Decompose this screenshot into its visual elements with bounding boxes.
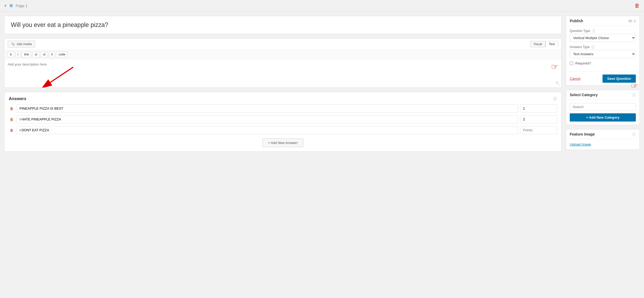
add-category-button[interactable]: + Add New Category: [570, 113, 636, 122]
answers-type-label: Answers Type 📄: [570, 45, 636, 49]
question-type-group: Question Type 📄 Vertical Multiple Choice…: [570, 29, 636, 42]
required-checkbox[interactable]: [570, 62, 573, 65]
page-title: Page 1: [16, 4, 27, 8]
save-question-button[interactable]: Save Question: [603, 74, 636, 83]
answer-points-input-2[interactable]: [520, 126, 557, 134]
cancel-button[interactable]: Cancel: [570, 77, 580, 81]
format-link-button[interactable]: link: [22, 52, 31, 57]
format-ul-button[interactable]: ul: [32, 52, 39, 57]
visual-text-tabs: Visual Text: [530, 41, 558, 47]
editor-content-area: ☞ ⤡: [4, 59, 561, 87]
select-category-panel: Select Category 📄 + Add New Category: [566, 90, 640, 125]
description-textarea[interactable]: [8, 62, 558, 83]
format-li-button[interactable]: li: [49, 52, 55, 57]
question-title-input[interactable]: [11, 21, 555, 29]
editor-toolbar-top: 📎 Add media Visual Text: [4, 39, 561, 50]
tab-visual[interactable]: Visual: [530, 41, 545, 47]
question-title-box: [4, 16, 562, 34]
format-ol-button[interactable]: ol: [41, 52, 48, 57]
answer-row: 🗑: [9, 104, 557, 113]
publish-id: ID: 2: [629, 19, 636, 23]
answer-rows-container: 🗑🗑🗑: [9, 104, 557, 134]
add-answer-button[interactable]: + Add New Answer!: [262, 138, 303, 147]
required-row: Required?: [570, 61, 636, 65]
answer-delete-button-1[interactable]: 🗑: [9, 116, 15, 123]
answer-points-input-1[interactable]: [520, 115, 557, 123]
answers-type-doc-icon: 📄: [591, 45, 595, 49]
resize-handle: ⤡: [557, 82, 560, 86]
publish-panel-body: Question Type 📄 Vertical Multiple Choice…: [566, 26, 640, 72]
answer-text-input-1[interactable]: [17, 115, 518, 123]
answer-row: 🗑: [9, 115, 557, 123]
category-search-input[interactable]: [570, 103, 636, 111]
answer-points-input-0[interactable]: [520, 104, 557, 113]
answers-doc-icon: 📄: [553, 97, 557, 101]
gear-icon[interactable]: ⚙: [9, 3, 13, 8]
answer-delete-button-2[interactable]: 🗑: [9, 127, 15, 133]
plus-icon[interactable]: +: [4, 3, 7, 8]
select-category-title: Select Category: [570, 93, 598, 97]
add-media-button[interactable]: 📎 Add media: [8, 41, 35, 48]
answers-header: Answers 📄: [9, 96, 557, 101]
sidebar: Publish ID: 2 Question Type 📄 Vertical M…: [566, 16, 640, 154]
main-layout: 📎 Add media Visual Text bilinkulollicode: [0, 12, 644, 158]
answer-text-input-0[interactable]: [17, 104, 518, 113]
question-type-label: Question Type 📄: [570, 29, 636, 33]
add-media-label: Add media: [17, 42, 32, 46]
answer-delete-button-0[interactable]: 🗑: [9, 105, 15, 112]
delete-page-icon[interactable]: 🗑: [634, 3, 640, 9]
feature-image-panel: Feature Image 📄 Upload Image: [566, 129, 640, 150]
format-toolbar: bilinkulollicode: [4, 50, 561, 59]
action-row: Cancel Save Question ☞: [566, 72, 640, 85]
question-type-doc-icon: 📄: [592, 29, 595, 33]
feature-image-body: Upload Image: [566, 139, 640, 150]
top-bar-left: + ⚙ Page 1: [4, 3, 27, 8]
add-media-icon: 📎: [11, 42, 15, 46]
format-code-button[interactable]: code: [56, 52, 68, 57]
answers-type-group: Answers Type 📄 Text AnswersImage Answers: [570, 45, 636, 58]
publish-panel-header: Publish ID: 2: [566, 16, 640, 26]
answers-type-select[interactable]: Text AnswersImage Answers: [570, 50, 636, 58]
tab-text[interactable]: Text: [545, 41, 558, 47]
select-category-doc-icon: 📄: [632, 93, 636, 97]
publish-title: Publish: [570, 19, 583, 23]
question-type-select[interactable]: Vertical Multiple ChoiceHorizontal Multi…: [570, 34, 636, 42]
content-area: 📎 Add media Visual Text bilinkulollicode: [4, 16, 562, 152]
answers-title: Answers: [9, 96, 26, 101]
feature-image-title: Feature Image: [570, 132, 595, 136]
editor-box: 📎 Add media Visual Text bilinkulollicode: [4, 38, 562, 88]
answers-section: Answers 📄 🗑🗑🗑 + Add New Answer!: [4, 92, 562, 152]
publish-panel: Publish ID: 2 Question Type 📄 Vertical M…: [566, 16, 640, 86]
feature-image-doc-icon: 📄: [632, 133, 636, 136]
upload-image-link[interactable]: Upload Image: [570, 142, 591, 146]
answer-text-input-2[interactable]: [17, 126, 518, 134]
format-b-button[interactable]: b: [8, 52, 14, 57]
select-category-header: Select Category 📄: [566, 90, 640, 100]
select-category-body: + Add New Category: [566, 100, 640, 125]
feature-image-header: Feature Image 📄: [566, 129, 640, 139]
required-label: Required?: [575, 61, 591, 65]
format-i-button[interactable]: i: [15, 52, 21, 57]
top-bar: + ⚙ Page 1 🗑: [0, 0, 644, 12]
answer-row: 🗑: [9, 126, 557, 134]
